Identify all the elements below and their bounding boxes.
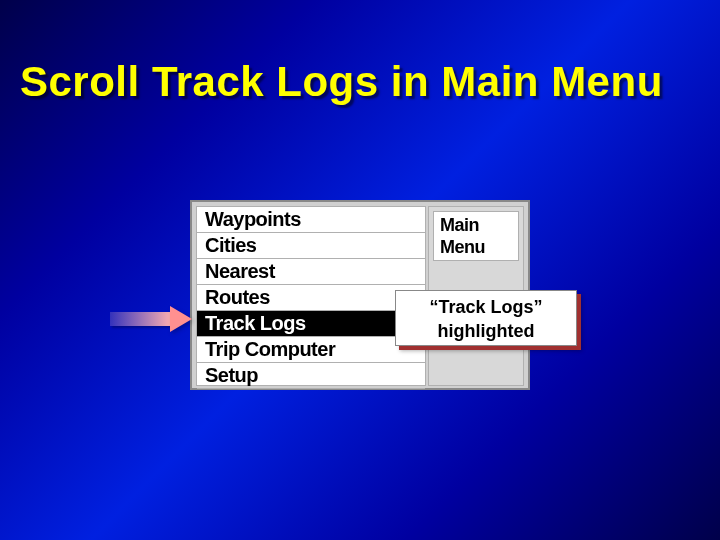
side-label-line1: Main xyxy=(440,214,512,236)
menu-item-track-logs[interactable]: Track Logs xyxy=(197,311,425,337)
menu-item-cities[interactable]: Cities xyxy=(197,233,425,259)
callout-box: “Track Logs” highlighted xyxy=(395,290,577,346)
menu-item-routes[interactable]: Routes xyxy=(197,285,425,311)
callout-line2: highlighted xyxy=(396,319,576,343)
main-menu-list: Waypoints Cities Nearest Routes Track Lo… xyxy=(196,206,426,386)
arrow-icon xyxy=(110,306,192,332)
menu-side-label: Main Menu xyxy=(433,211,519,261)
menu-item-trip-computer[interactable]: Trip Computer xyxy=(197,337,425,363)
menu-item-nearest[interactable]: Nearest xyxy=(197,259,425,285)
menu-item-waypoints[interactable]: Waypoints xyxy=(197,207,425,233)
slide-title: Scroll Track Logs in Main Menu xyxy=(20,58,663,106)
callout-line1: “Track Logs” xyxy=(396,295,576,319)
menu-item-setup[interactable]: Setup xyxy=(197,363,425,389)
side-label-line2: Menu xyxy=(440,236,512,258)
